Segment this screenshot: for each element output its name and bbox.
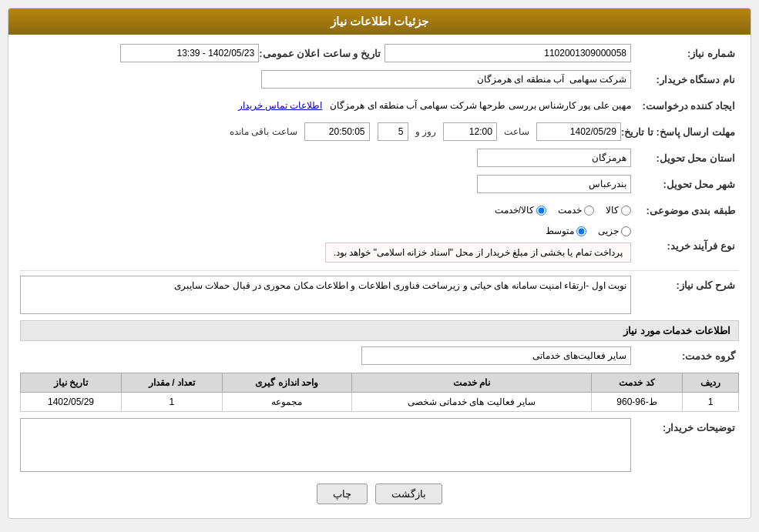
creator-row: ایجاد کننده درخواست: مهین علی پور کارشنا… <box>20 95 739 116</box>
category-radio-label-3: کالا/خدمت <box>495 205 534 216</box>
request-number-input[interactable] <box>385 44 631 62</box>
category-radio-1[interactable] <box>621 206 631 216</box>
process-radio-label-2: متوسط <box>546 226 574 236</box>
category-radio-label-1: کالا <box>606 205 619 216</box>
process-radio-item-2: متوسط <box>546 226 586 236</box>
announce-datetime-input[interactable] <box>120 44 259 62</box>
service-group-row: گروه خدمت: <box>20 345 739 366</box>
city-label: شهر محل تحویل: <box>631 179 739 190</box>
separator-1 <box>20 270 739 271</box>
col-header-qty: تعداد / مقدار <box>121 373 222 393</box>
buyer-notes-label: توضیحات خریدار: <box>631 418 739 433</box>
table-head: ردیف کد خدمت نام خدمت واحد اندازه گیری ت… <box>21 373 739 393</box>
deadline-time-label: ساعت <box>504 126 529 137</box>
col-header-name: نام خدمت <box>351 373 592 393</box>
cell-unit: مجموعه <box>222 393 351 412</box>
request-number-row: شماره نیاز: تاریخ و ساعت اعلان عمومی: <box>20 42 739 64</box>
cell-date: 1402/05/29 <box>21 393 122 412</box>
cell-name: سایر فعالیت های خدماتی شخصی <box>351 393 592 412</box>
category-radio-item-2: خدمت <box>558 205 594 216</box>
buyer-org-row: نام دستگاه خریدار: <box>20 69 739 90</box>
process-radio-item-1: جزیی <box>598 226 631 236</box>
category-label: طبقه بندی موضوعی: <box>631 205 739 216</box>
province-row: استان محل تحویل: <box>20 147 739 169</box>
province-input[interactable] <box>477 149 631 167</box>
buyer-notes-row: توضیحات خریدار: <box>20 418 739 474</box>
creator-value: مهین علی پور کارشناس بررسی طرحها شرکت سه… <box>330 100 631 111</box>
cell-qty: 1 <box>121 393 222 412</box>
deadline-remaining-label: ساعت باقی مانده <box>230 126 297 137</box>
city-row: شهر محل تحویل: <box>20 173 739 195</box>
services-table-section: ردیف کد خدمت نام خدمت واحد اندازه گیری ت… <box>20 373 739 412</box>
cell-code: ط-96-960 <box>592 393 683 412</box>
city-input[interactable] <box>477 175 631 193</box>
deadline-date-input[interactable] <box>536 122 621 141</box>
deadline-days-input[interactable] <box>378 122 408 141</box>
col-header-unit: واحد اندازه گیری <box>222 373 351 393</box>
process-row: نوع فرآیند خرید: جزیی متوسط پرداخت ت <box>20 226 739 266</box>
main-card: جزئیات اطلاعات نیاز شماره نیاز: تاریخ و … <box>8 8 751 519</box>
table-header-row: ردیف کد خدمت نام خدمت واحد اندازه گیری ت… <box>21 373 739 393</box>
category-radio-3[interactable] <box>536 206 546 216</box>
process-notice-text: پرداخت تمام یا بخشی از مبلغ خریدار از مح… <box>334 247 623 258</box>
process-radio-label-1: جزیی <box>598 226 619 236</box>
services-section-header: اطلاعات خدمات مورد نیاز <box>20 320 739 341</box>
table-row: 1 ط-96-960 سایر فعالیت های خدماتی شخصی م… <box>21 393 739 412</box>
deadline-days-label: روز و <box>415 126 436 137</box>
process-radio-2[interactable] <box>576 226 586 236</box>
print-button[interactable]: چاپ <box>317 483 368 504</box>
col-header-rownum: ردیف <box>682 373 738 393</box>
back-button[interactable]: بازگشت <box>375 483 442 504</box>
process-radio-group: جزیی متوسط <box>546 226 631 236</box>
cell-rownum: 1 <box>682 393 738 412</box>
deadline-time-input[interactable] <box>443 122 497 141</box>
request-number-label: شماره نیاز: <box>631 48 739 59</box>
deadline-value-cell: ساعت روز و ساعت باقی مانده <box>20 122 621 141</box>
service-group-value-cell <box>20 346 631 365</box>
description-value-cell: نوبت اول -ارتقاء امنیت سامانه های حیاتی … <box>20 276 631 314</box>
buyer-org-input[interactable] <box>261 70 631 89</box>
buyer-org-value-cell <box>20 70 631 89</box>
process-radio-1[interactable] <box>621 226 631 236</box>
announce-datetime-label: تاریخ و ساعت اعلان عمومی: <box>259 48 385 59</box>
category-radio-group: کالا خدمت کالا/خدمت <box>495 205 631 216</box>
button-row: بازگشت چاپ <box>20 483 739 504</box>
col-header-date: تاریخ نیاز <box>21 373 122 393</box>
description-text: نوبت اول -ارتقاء امنیت سامانه های حیاتی … <box>174 280 626 291</box>
services-table: ردیف کد خدمت نام خدمت واحد اندازه گیری ت… <box>20 373 739 412</box>
creator-contact-link[interactable]: اطلاعات تماس خریدار <box>238 100 323 111</box>
process-value-cell: جزیی متوسط پرداخت تمام یا بخشی از مبلغ خ… <box>20 226 631 266</box>
description-label: شرح کلی نیاز: <box>631 276 739 291</box>
process-notice: پرداخت تمام یا بخشی از مبلغ خریدار از مح… <box>325 243 631 263</box>
creator-label: ایجاد کننده درخواست: <box>631 100 739 112</box>
card-body: شماره نیاز: تاریخ و ساعت اعلان عمومی: نا… <box>8 35 751 518</box>
announce-datetime-value-cell <box>20 44 259 62</box>
category-radio-item-3: کالا/خدمت <box>495 205 546 216</box>
service-group-label: گروه خدمت: <box>631 350 739 362</box>
service-group-input[interactable] <box>361 346 631 365</box>
description-row: شرح کلی نیاز: نوبت اول -ارتقاء امنیت سام… <box>20 276 739 314</box>
page-wrapper: جزئیات اطلاعات نیاز شماره نیاز: تاریخ و … <box>0 0 759 527</box>
buyer-notes-wrapper <box>20 418 631 474</box>
col-header-code: کد خدمت <box>592 373 683 393</box>
request-number-value-cell <box>385 44 631 62</box>
city-value-cell <box>20 175 631 193</box>
description-box: نوبت اول -ارتقاء امنیت سامانه های حیاتی … <box>20 276 631 314</box>
deadline-row: مهلت ارسال پاسخ: تا تاریخ: ساعت روز و سا… <box>20 121 739 142</box>
page-title: جزئیات اطلاعات نیاز <box>8 8 751 35</box>
buyer-notes-value-cell <box>20 418 631 474</box>
category-row: طبقه بندی موضوعی: کالا خدمت <box>20 199 739 221</box>
category-value-cell: کالا خدمت کالا/خدمت <box>20 205 631 216</box>
deadline-label: مهلت ارسال پاسخ: تا تاریخ: <box>621 126 739 138</box>
table-body: 1 ط-96-960 سایر فعالیت های خدماتی شخصی م… <box>21 393 739 412</box>
category-radio-label-2: خدمت <box>558 205 582 216</box>
category-radio-item-1: کالا <box>606 205 631 216</box>
creator-value-cell: مهین علی پور کارشناس بررسی طرحها شرکت سه… <box>20 100 631 111</box>
buyer-org-label: نام دستگاه خریدار: <box>631 74 739 85</box>
province-label: استان محل تحویل: <box>631 152 739 164</box>
province-value-cell <box>20 149 631 167</box>
process-label: نوع فرآیند خرید: <box>631 240 739 252</box>
category-radio-2[interactable] <box>584 206 594 216</box>
deadline-remaining-input[interactable] <box>304 122 370 141</box>
buyer-notes-textarea[interactable] <box>20 418 631 472</box>
